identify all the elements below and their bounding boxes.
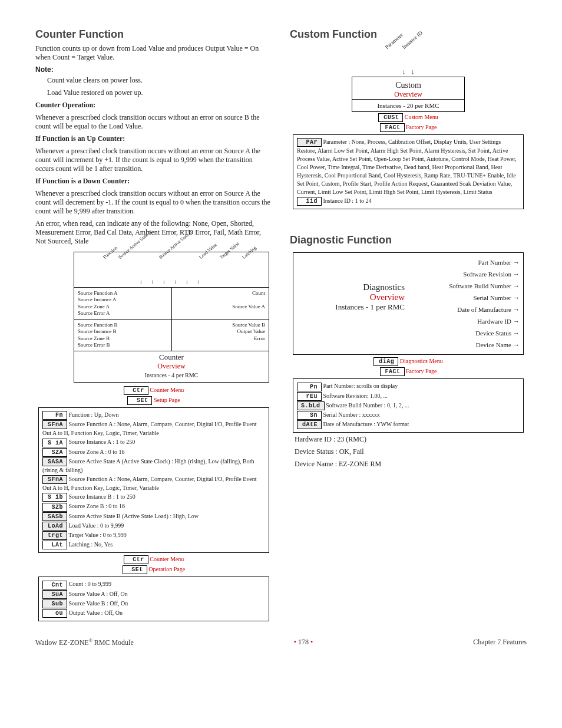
counter-intro: Function counts up or down from Load Val… xyxy=(35,44,272,62)
counter-box-title: Counter xyxy=(74,351,269,362)
lbl-function: Function xyxy=(102,245,118,260)
counter-operation-params: Cnt Count : 0 to 9,999 SuA Source Value … xyxy=(38,577,269,621)
diagnostic-function-title: Diagnostic Function xyxy=(290,234,527,246)
counter-overview: Overview xyxy=(74,362,269,371)
io-right-a: Count Source Value A xyxy=(172,288,269,319)
diagnostic-diagram: Diagnostics Overview Instances - 1 per R… xyxy=(293,252,524,355)
io-right-b: Source Value B Output Value Error xyxy=(172,319,269,351)
note-label: Note: xyxy=(35,65,272,74)
custom-top-labels: Parameter Instance ID xyxy=(290,44,527,68)
note-1: Count value clears on power loss. xyxy=(35,76,272,85)
down-arrows: ↓ ↓ ↓ ↓ ↓ ↓ xyxy=(74,277,269,287)
up-counter-head: If Function is an Up Counter: xyxy=(35,134,272,143)
device-name: Device Name : EZ-ZONE RM xyxy=(295,460,527,469)
down-counter-body: Whenever a prescribed clock transition o… xyxy=(35,189,272,216)
counter-setup-params: Fn Function : Up, Down SFnA Source Funct… xyxy=(38,407,269,553)
counter-menu-2: Ctr Counter Menu xyxy=(35,555,272,564)
diag-factory: FACt Factory Page xyxy=(290,367,527,376)
custom-box: Custom Overview Instances - 20 per RMC xyxy=(352,77,465,112)
down-counter-head: If Function is a Down Counter: xyxy=(35,177,272,186)
hardware-id: Hardware ID : 23 (RMC) xyxy=(295,435,527,444)
lbl-latching: Latching xyxy=(241,245,257,260)
setup-page-1: SEt Setup Page xyxy=(35,396,272,405)
operation-page: SEt Operation Page xyxy=(35,565,272,574)
counter-operation-head: Counter Operation: xyxy=(35,101,272,110)
counter-operation-body: Whenever a prescribed clock transition o… xyxy=(35,113,272,131)
diag-params: Pn Part Number: scrolls on display rEu S… xyxy=(293,378,524,433)
diag-menu: diAg Diagnostics Menu xyxy=(290,357,527,366)
custom-arrows: ↓ ↓ xyxy=(290,68,527,77)
note-2: Load Value restored on power up. xyxy=(35,88,272,97)
counter-function-title: Counter Function xyxy=(35,28,272,41)
page-footer: Watlow EZ-ZONE® RMC Module • 178 • Chapt… xyxy=(35,638,527,647)
custom-factory: FACt Factory Page xyxy=(290,123,527,132)
io-left-b: Source Function B Source Instance B Sour… xyxy=(74,319,172,351)
up-counter-body: Whenever a prescribed clock transition o… xyxy=(35,147,272,173)
custom-params: PAr Parameter : None, Process, Calibrati… xyxy=(293,134,524,209)
device-status: Device Status : OK, Fail xyxy=(295,447,527,456)
custom-menu: CUSt Custom Menu xyxy=(290,113,527,122)
counter-menu-1: Ctr Counter Menu xyxy=(35,386,272,395)
counter-diagram: Function Source Active State A Source Ac… xyxy=(74,252,269,383)
counter-instances: Instances - 4 per RMC xyxy=(74,371,269,382)
io-left-a: Source Function A Source Instance A Sour… xyxy=(74,288,172,319)
